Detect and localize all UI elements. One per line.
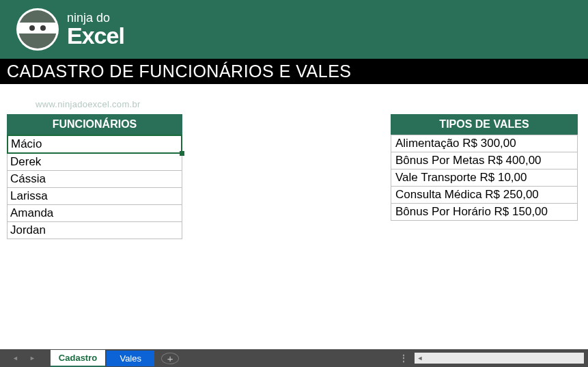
worksheet-content: www.ninjadoexcel.com.br FUNCIONÁRIOS Mác… [0,84,588,349]
fill-handle[interactable] [180,151,184,156]
tab-nav-arrows: ◄ ► [4,355,49,362]
cell-vale-0[interactable]: Alimentação R$ 300,00 [391,135,578,152]
hscroll-track[interactable] [425,353,584,363]
vales-table: TIPOS DE VALES Alimentação R$ 300,00 Bôn… [391,114,578,342]
cell-funcionario-2[interactable]: Cássia [7,171,182,188]
tab-cadastro[interactable]: Cadastro [51,350,105,367]
cell-funcionario-3[interactable]: Larissa [7,188,182,205]
cell-funcionario-1[interactable]: Derek [7,154,182,171]
ninja-icon [18,10,57,49]
vales-header: TIPOS DE VALES [391,114,578,135]
funcionarios-table: FUNCIONÁRIOS Mácio Derek Cássia Larissa … [7,114,182,342]
brand-text: ninja do Excel [67,12,124,47]
watermark-text: www.ninjadoexcel.com.br [36,99,141,109]
hscroll-left-icon[interactable]: ◄ [415,353,425,364]
cell-vale-1[interactable]: Bônus Por Metas R$ 400,00 [391,152,578,169]
cell-funcionario-0[interactable]: Mácio [7,135,182,154]
app-header-banner: ninja do Excel [0,0,588,59]
brand-logo [16,8,59,51]
tab-nav-prev-icon[interactable]: ◄ [12,355,18,362]
sheet-tabs-bar: ◄ ► Cadastro Vales + ⋮ ◄ [0,349,588,367]
funcionarios-header: FUNCIONÁRIOS [7,114,182,135]
tab-vales[interactable]: Vales [107,351,154,366]
tab-nav-next-icon[interactable]: ► [29,355,36,362]
tab-split-handle[interactable]: ⋮ [399,353,413,364]
cell-funcionario-5[interactable]: Jordan [7,222,182,239]
cell-funcionario-4[interactable]: Amanda [7,205,182,222]
brand-bottom-line: Excel [67,24,124,47]
cell-vale-4[interactable]: Bônus Por Horário R$ 150,00 [391,204,578,221]
cell-vale-3[interactable]: Consulta Médica R$ 250,00 [391,187,578,204]
plus-icon: + [167,353,173,364]
horizontal-scrollbar[interactable]: ◄ [415,353,584,364]
cell-vale-2[interactable]: Vale Transporte R$ 10,00 [391,169,578,187]
add-sheet-button[interactable]: + [161,353,179,364]
page-title: CADASTRO DE FUNCIONÁRIOS E VALES [0,59,588,84]
